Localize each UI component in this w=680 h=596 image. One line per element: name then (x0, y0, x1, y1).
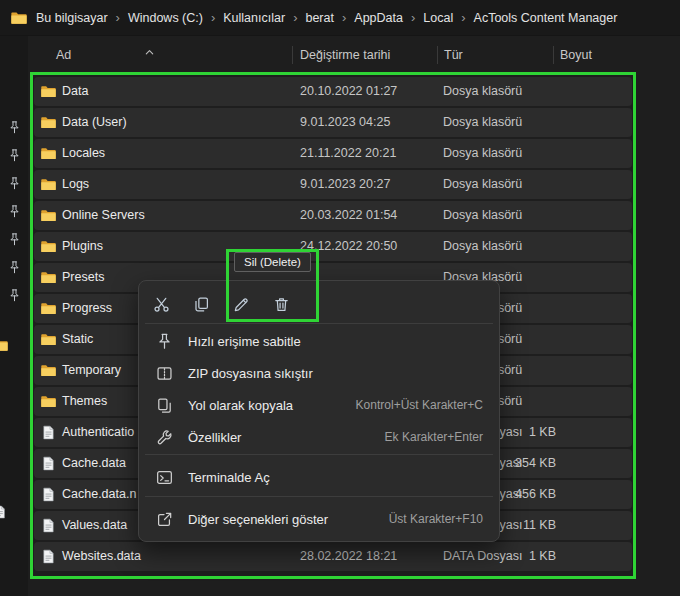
chevron-right-icon: › (116, 10, 120, 25)
file-date: 20.10.2022 01:27 (300, 77, 397, 106)
pin-icon[interactable] (7, 148, 22, 163)
breadcrumb-item[interactable]: Windows (C:) (128, 11, 203, 25)
menu-item-label: Terminalde Aç (188, 470, 483, 485)
menu-item-label: Özellikler (188, 430, 385, 445)
delete-icon (272, 295, 291, 314)
chevron-right-icon: › (293, 10, 297, 25)
file-date: 9.01.2023 20:27 (300, 170, 390, 199)
file-name: Authenticatio (62, 418, 134, 447)
breadcrumb-bar: Bu bilgisayar›Windows (C:)›Kullanıcılar›… (0, 0, 680, 36)
folder-icon (10, 9, 28, 27)
terminal-icon (155, 468, 174, 487)
file-name: Logs (62, 170, 89, 199)
file-row[interactable]: Websites.data28.02.2022 18:21DATA Dosyas… (34, 542, 632, 571)
file-name: Cache.data.n (62, 480, 136, 509)
file-icon (40, 455, 57, 472)
file-size (414, 77, 556, 106)
file-icon (40, 517, 57, 534)
chevron-right-icon: › (461, 10, 465, 25)
sort-ascending-icon (144, 47, 155, 58)
file-name: Static (62, 325, 93, 354)
file-icon[interactable] (0, 504, 8, 520)
file-name: Cache.data (62, 449, 126, 478)
menu-item-shortcut: Kontrol+Üst Karakter+C (356, 398, 483, 412)
file-date: 9.01.2023 04:25 (300, 108, 390, 137)
pin-icon[interactable] (7, 232, 22, 247)
folder-icon (40, 176, 57, 193)
column-header-size[interactable]: Boyut (560, 44, 592, 66)
file-date: 28.02.2022 18:21 (300, 542, 397, 571)
folder-icon (40, 83, 57, 100)
delete-tooltip: Sil (Delete) (234, 252, 311, 272)
menu-item-zip[interactable]: ZIP dosyasına sıkıştır (144, 357, 494, 389)
cut-icon (152, 295, 171, 314)
file-explorer-window: Bu bilgisayar›Windows (C:)›Kullanıcılar›… (0, 0, 680, 596)
pin-icon[interactable] (7, 260, 22, 275)
chevron-right-icon: › (211, 10, 215, 25)
file-size (414, 139, 556, 168)
menu-item-copy-path[interactable]: Yol olarak kopyalaKontrol+Üst Karakter+C (144, 389, 494, 421)
menu-item-properties[interactable]: ÖzelliklerEk Karakter+Enter (144, 421, 494, 453)
copy-button[interactable] (185, 288, 217, 320)
file-size: 1 KB (414, 542, 556, 571)
chevron-right-icon: › (411, 10, 415, 25)
folder-icon (40, 331, 57, 348)
folder-icon (40, 238, 57, 255)
menu-item-pin[interactable]: Hızlı erişime sabitle (144, 325, 494, 357)
breadcrumb-item[interactable]: AppData (354, 11, 403, 25)
quick-access-rail (0, 36, 28, 596)
file-icon (40, 424, 57, 441)
file-row[interactable]: Locales21.11.2022 20:21Dosya klasörü (34, 139, 632, 168)
file-row[interactable]: Online Servers20.03.2022 01:54Dosya klas… (34, 201, 632, 230)
file-row[interactable]: Logs9.01.2023 20:27Dosya klasörü (34, 170, 632, 199)
delete-button[interactable] (265, 288, 297, 320)
copy-path-icon (155, 396, 174, 415)
more-icon (155, 510, 174, 529)
cut-button[interactable] (145, 288, 177, 320)
breadcrumb-item[interactable]: Local (423, 11, 453, 25)
column-header-type[interactable]: Tür (444, 44, 463, 66)
folder-icon (40, 114, 57, 131)
zip-icon (155, 364, 174, 383)
breadcrumb-item[interactable]: Bu bilgisayar (36, 11, 108, 25)
file-row[interactable]: Data20.10.2022 01:27Dosya klasörü (34, 77, 632, 106)
breadcrumb: Bu bilgisayar›Windows (C:)›Kullanıcılar›… (36, 10, 617, 25)
column-divider (292, 46, 293, 64)
file-date: 20.03.2022 01:54 (300, 201, 397, 230)
pin-icon[interactable] (7, 120, 22, 135)
menu-item-more[interactable]: Diğer seçenekleri gösterÜst Karakter+F10 (144, 503, 494, 535)
breadcrumb-item[interactable]: Kullanıcılar (223, 11, 285, 25)
file-size (414, 201, 556, 230)
file-name: Data (User) (62, 108, 127, 137)
column-header-name[interactable]: Ad (56, 44, 71, 66)
file-name: Online Servers (62, 201, 145, 230)
breadcrumb-item[interactable]: berat (305, 11, 334, 25)
pin-icon[interactable] (7, 204, 22, 219)
menu-separator (145, 454, 493, 455)
file-name: Values.data (62, 511, 127, 540)
menu-item-shortcut: Ek Karakter+Enter (385, 430, 483, 444)
rename-button[interactable] (225, 288, 257, 320)
file-icon (40, 486, 57, 503)
file-name: Plugins (62, 232, 103, 261)
file-name: Data (62, 77, 88, 106)
file-icon (40, 548, 57, 565)
menu-item-label: Yol olarak kopyala (188, 398, 356, 413)
chevron-right-icon: › (342, 10, 346, 25)
file-row[interactable]: Plugins24.12.2022 20:50Dosya klasörü (34, 232, 632, 261)
context-menu: Hızlı erişime sabitleZIP dosyasına sıkış… (138, 280, 500, 542)
file-name: Themes (62, 387, 107, 416)
file-name: Websites.data (62, 542, 141, 571)
pin-icon[interactable] (7, 288, 22, 303)
menu-item-label: Diğer seçenekleri göster (188, 512, 389, 527)
menu-separator (145, 496, 493, 497)
file-name: Progress (62, 294, 112, 323)
column-divider (437, 46, 438, 64)
folder-icon[interactable] (0, 336, 9, 354)
pin-icon[interactable] (7, 176, 22, 191)
column-header-date[interactable]: Değiştirme tarihi (300, 44, 390, 66)
file-row[interactable]: Data (User)9.01.2023 04:25Dosya klasörü (34, 108, 632, 137)
file-name: Locales (62, 139, 105, 168)
menu-item-terminal[interactable]: Terminalde Aç (144, 461, 494, 493)
breadcrumb-item[interactable]: AcTools Content Manager (474, 11, 618, 25)
